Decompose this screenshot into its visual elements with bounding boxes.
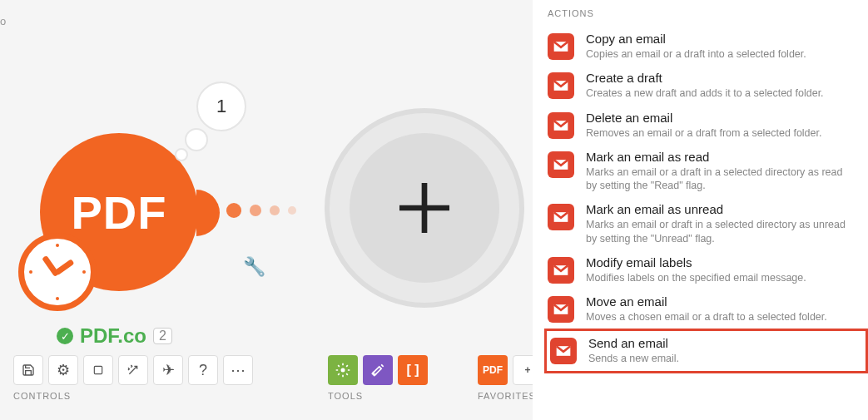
action-mark-unread[interactable]: Mark an email as unreadMarks an email or… xyxy=(548,197,868,250)
tool-text[interactable]: [ ] xyxy=(398,355,428,385)
svg-rect-0 xyxy=(94,366,102,373)
gmail-icon xyxy=(548,33,574,60)
action-modify-labels[interactable]: Modify email labelsModifies labels on th… xyxy=(548,250,868,289)
action-mark-read[interactable]: Mark an email as readMarks an email or a… xyxy=(548,145,868,198)
actions-panel: ACTIONS Copy an emailCopies an email or … xyxy=(533,0,868,420)
check-icon: ✓ xyxy=(57,328,73,344)
controls-row: ⚙ ✈ ? ⋯ xyxy=(13,355,253,385)
gmail-icon xyxy=(550,338,577,364)
add-module-node[interactable] xyxy=(325,108,524,308)
stray-text: o xyxy=(0,15,6,27)
more-button[interactable]: ⋯ xyxy=(223,355,253,385)
wrench-icon[interactable]: 🔧 xyxy=(243,256,265,278)
auto-align-button[interactable] xyxy=(118,355,148,385)
gmail-icon xyxy=(548,151,574,178)
actions-header: ACTIONS xyxy=(548,8,868,18)
controls-label: CONTROLS xyxy=(13,391,71,401)
bubble-decor xyxy=(185,128,208,151)
scenario-canvas[interactable]: o PDF 1 🔧 ✓ PDF.co 2 ⚙ ✈ ? ⋯ CONTROLS xyxy=(0,0,533,420)
schedule-icon[interactable] xyxy=(18,233,97,311)
action-move-email[interactable]: Move an emailMoves a chosen email or a d… xyxy=(548,289,868,329)
run-once-button[interactable]: ✈ xyxy=(153,355,183,385)
operation-count-badge: 1 xyxy=(196,82,246,131)
favorite-pdf[interactable]: PDF xyxy=(478,355,508,385)
module-count: 2 xyxy=(153,328,172,344)
plus-icon xyxy=(391,175,458,241)
favorites-label: FAVORITES xyxy=(478,391,536,401)
help-button[interactable]: ? xyxy=(188,355,218,385)
bubble-decor xyxy=(175,148,188,161)
svg-point-1 xyxy=(341,368,345,373)
tool-tools[interactable] xyxy=(363,355,393,385)
gmail-icon xyxy=(548,257,574,284)
gmail-icon xyxy=(548,72,574,99)
gmail-icon xyxy=(548,204,574,230)
action-copy-email[interactable]: Copy an emailCopies an email or a draft … xyxy=(548,27,868,66)
gmail-icon xyxy=(548,112,574,139)
notes-button[interactable] xyxy=(83,355,113,385)
action-delete-email[interactable]: Delete an emailRemoves an email or a dra… xyxy=(548,106,868,145)
action-create-draft[interactable]: Create a draftCreates a new draft and ad… xyxy=(548,66,868,105)
connector-dots xyxy=(226,203,296,218)
module-pdf-label: PDF xyxy=(72,185,167,240)
settings-button[interactable]: ⚙ xyxy=(48,355,78,385)
action-send-email[interactable]: Send an emailSends a new email. xyxy=(544,329,868,373)
save-button[interactable] xyxy=(13,355,43,385)
tool-flow[interactable] xyxy=(328,355,358,385)
tools-label: TOOLS xyxy=(328,391,363,401)
tools-row: [ ] xyxy=(328,355,428,385)
gmail-icon xyxy=(548,296,574,323)
module-app-label: ✓ PDF.co 2 xyxy=(57,324,172,348)
connector-arrow xyxy=(196,190,220,236)
